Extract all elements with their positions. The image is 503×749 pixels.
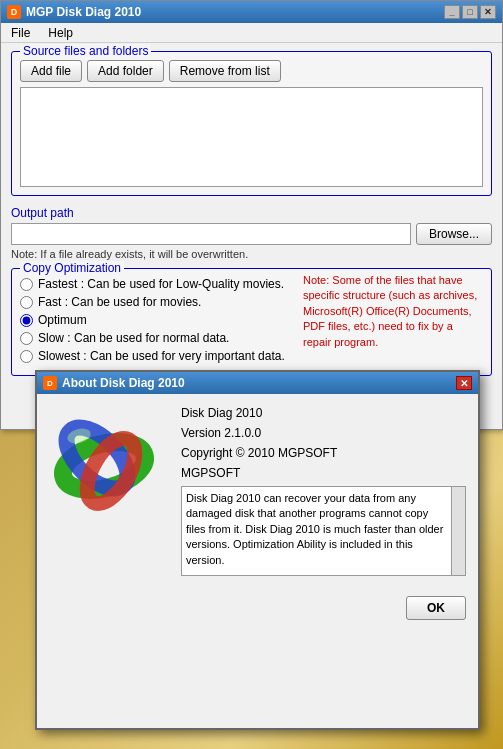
copy-opt-legend: Copy Optimization — [20, 261, 124, 275]
radio-fast-input[interactable] — [20, 296, 33, 309]
radio-slowest-input[interactable] — [20, 350, 33, 363]
about-app-name: Disk Diag 2010 — [181, 406, 466, 420]
output-path-input[interactable] — [11, 223, 411, 245]
about-body: Disk Diag 2010 Version 2.1.0.0 Copyright… — [37, 394, 478, 588]
radio-options: Fastest : Can be used for Low-Quality mo… — [20, 273, 293, 367]
about-footer: OK — [37, 588, 478, 628]
about-dialog-title: About Disk Diag 2010 — [62, 376, 185, 390]
about-info: Disk Diag 2010 Version 2.1.0.0 Copyright… — [181, 406, 466, 576]
radio-slowest-label: Slowest : Can be used for very important… — [38, 349, 285, 363]
app-icon: D — [7, 5, 21, 19]
minimize-button[interactable]: _ — [444, 5, 460, 19]
add-folder-button[interactable]: Add folder — [87, 60, 164, 82]
about-logo — [49, 406, 169, 526]
radio-slow-label: Slow : Can be used for normal data. — [38, 331, 229, 345]
source-legend: Source files and folders — [20, 44, 151, 58]
app-logo-svg — [49, 406, 159, 516]
radio-slowest: Slowest : Can be used for very important… — [20, 349, 293, 363]
file-menu[interactable]: File — [7, 24, 34, 42]
copy-optimization-group: Copy Optimization Fastest : Can be used … — [11, 268, 492, 376]
radio-slow-input[interactable] — [20, 332, 33, 345]
description-scrollbar[interactable] — [451, 487, 465, 575]
radio-fast: Fast : Can be used for movies. — [20, 295, 293, 309]
about-close-button[interactable]: ✕ — [456, 376, 472, 390]
window-controls: _ □ ✕ — [444, 5, 496, 19]
optimization-warning: Note: Some of the files that have specif… — [303, 273, 483, 367]
source-toolbar: Add file Add folder Remove from list — [20, 60, 483, 82]
about-company: MGPSOFT — [181, 466, 466, 480]
about-description: Disk Diag 2010 can recover your data fro… — [186, 491, 461, 568]
source-group: Source files and folders Add file Add fo… — [11, 51, 492, 196]
file-list[interactable] — [20, 87, 483, 187]
radio-fastest-label: Fastest : Can be used for Low-Quality mo… — [38, 277, 284, 291]
about-app-icon: D — [43, 376, 57, 390]
main-title-bar: D MGP Disk Diag 2010 _ □ ✕ — [1, 1, 502, 23]
about-copyright: Copyright © 2010 MGPSOFT — [181, 446, 466, 460]
opt-layout: Fastest : Can be used for Low-Quality mo… — [20, 273, 483, 367]
radio-optimum-label: Optimum — [38, 313, 87, 327]
maximize-button[interactable]: □ — [462, 5, 478, 19]
main-content: Source files and folders Add file Add fo… — [1, 43, 502, 384]
help-menu[interactable]: Help — [44, 24, 77, 42]
menu-bar: File Help — [1, 23, 502, 43]
about-title-bar: D About Disk Diag 2010 ✕ — [37, 372, 478, 394]
output-row: Browse... — [11, 223, 492, 245]
ok-button[interactable]: OK — [406, 596, 466, 620]
radio-fastest-input[interactable] — [20, 278, 33, 291]
radio-fast-label: Fast : Can be used for movies. — [38, 295, 201, 309]
about-version: Version 2.1.0.0 — [181, 426, 466, 440]
radio-optimum: Optimum — [20, 313, 293, 327]
remove-from-list-button[interactable]: Remove from list — [169, 60, 281, 82]
add-file-button[interactable]: Add file — [20, 60, 82, 82]
output-label: Output path — [11, 206, 492, 220]
close-button[interactable]: ✕ — [480, 5, 496, 19]
output-section: Output path Browse... Note: If a file al… — [11, 206, 492, 260]
main-window: D MGP Disk Diag 2010 _ □ ✕ File Help Sou… — [0, 0, 503, 430]
overwrite-note: Note: If a file already exists, it will … — [11, 248, 492, 260]
browse-button[interactable]: Browse... — [416, 223, 492, 245]
radio-optimum-input[interactable] — [20, 314, 33, 327]
about-dialog: D About Disk Diag 2010 ✕ Disk Diag 2010 … — [35, 370, 480, 730]
about-description-box: Disk Diag 2010 can recover your data fro… — [181, 486, 466, 576]
main-window-title: MGP Disk Diag 2010 — [26, 5, 141, 19]
radio-slow: Slow : Can be used for normal data. — [20, 331, 293, 345]
radio-fastest: Fastest : Can be used for Low-Quality mo… — [20, 277, 293, 291]
